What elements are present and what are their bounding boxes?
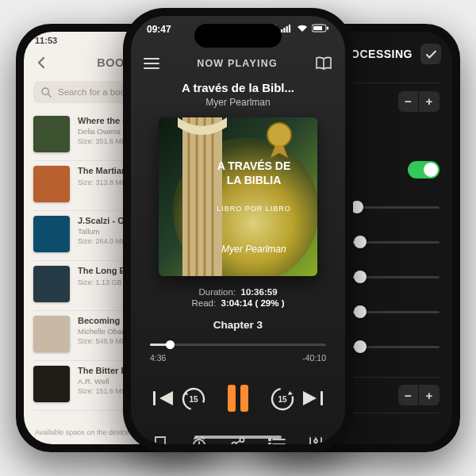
equalizer-toggle[interactable] xyxy=(408,161,440,178)
skip-next-icon xyxy=(302,390,323,407)
sliders-icon xyxy=(307,437,324,444)
duration-row: Duration: 10:36:59 xyxy=(131,287,345,297)
svg-rect-10 xyxy=(283,28,285,33)
book-cover-thumb xyxy=(33,116,70,152)
svg-rect-32 xyxy=(153,391,155,405)
prev-track-button[interactable] xyxy=(153,390,174,407)
pitch-stepper[interactable]: − + xyxy=(398,385,440,405)
book-title: A través de la Bibl... xyxy=(148,81,328,94)
menu-button[interactable] xyxy=(144,58,159,69)
svg-point-57 xyxy=(320,443,323,444)
svg-rect-15 xyxy=(327,27,328,30)
home-indicator[interactable] xyxy=(194,436,282,439)
check-icon xyxy=(425,48,437,60)
svg-line-44 xyxy=(236,441,240,443)
svg-text:LIBRO POR LIBRO: LIBRO POR LIBRO xyxy=(217,205,291,213)
phone-player: 09:47 NOW PLAYING A través de la B xyxy=(123,8,353,452)
svg-point-27 xyxy=(267,123,291,147)
remaining-time: -40:10 xyxy=(302,353,326,363)
play-pause-button[interactable] xyxy=(213,374,263,423)
elapsed-time: 4:36 xyxy=(150,353,166,363)
dynamic-island xyxy=(194,24,282,48)
search-placeholder: Search for a book xyxy=(58,87,130,97)
svg-line-8 xyxy=(48,94,52,97)
equalizer-button[interactable]: 1.0x xyxy=(304,434,328,444)
next-track-button[interactable] xyxy=(302,390,323,407)
stepper-minus[interactable]: − xyxy=(398,385,419,405)
svg-text:Myer Pearlman: Myer Pearlman xyxy=(221,244,286,255)
book-cover-thumb xyxy=(33,366,70,402)
svg-rect-12 xyxy=(289,25,290,33)
pause-icon xyxy=(220,380,256,416)
list-icon xyxy=(268,438,286,444)
svg-rect-39 xyxy=(321,391,323,405)
svg-point-46 xyxy=(269,439,271,441)
clock-label: 09:47 xyxy=(147,24,171,35)
svg-text:15: 15 xyxy=(278,395,287,404)
book-author: Myer Pearlman xyxy=(148,97,328,108)
progress-row: Read: 3:04:14 ( 29% ) xyxy=(131,298,345,308)
book-cover-thumb xyxy=(33,266,70,302)
reader-button[interactable] xyxy=(315,56,332,71)
svg-rect-35 xyxy=(228,385,236,412)
now-playing-heading: NOW PLAYING xyxy=(197,58,278,69)
battery-icon xyxy=(312,24,329,33)
book-cover-thumb xyxy=(33,166,70,202)
svg-point-48 xyxy=(269,443,271,444)
svg-point-56 xyxy=(314,440,317,443)
search-icon xyxy=(41,87,52,98)
stepper-plus[interactable]: + xyxy=(419,91,440,112)
hamburger-icon xyxy=(144,58,159,69)
back-icon[interactable] xyxy=(33,56,48,69)
rewind-15-icon: 15 xyxy=(180,385,207,412)
stepper-minus[interactable]: − xyxy=(398,91,419,112)
bookmark-icon xyxy=(154,436,167,444)
book-cover-thumb xyxy=(33,316,70,352)
svg-point-41 xyxy=(232,442,236,444)
book-open-icon xyxy=(315,56,332,71)
skip-previous-icon xyxy=(153,390,174,407)
book-cover-thumb xyxy=(33,216,70,252)
forward-15-button[interactable]: 15 xyxy=(269,385,296,412)
speed-stepper[interactable]: − + xyxy=(398,91,440,112)
wifi-icon xyxy=(297,25,308,33)
clock-label: 11:53 xyxy=(35,36,57,45)
signal-icon xyxy=(281,25,293,33)
rewind-15-button[interactable]: 15 xyxy=(180,385,207,412)
svg-rect-14 xyxy=(313,26,322,30)
svg-text:LA BIBLIA: LA BIBLIA xyxy=(227,174,282,186)
svg-rect-36 xyxy=(240,385,248,412)
forward-15-icon: 15 xyxy=(269,385,296,412)
svg-text:15: 15 xyxy=(189,395,198,404)
svg-rect-11 xyxy=(286,26,288,33)
album-art: A TRAVÉS DE LA BIBLIA LIBRO POR LIBRO My… xyxy=(159,117,317,276)
progress-slider[interactable] xyxy=(150,339,326,350)
stepper-plus[interactable]: + xyxy=(419,385,440,405)
svg-text:A TRAVÉS DE: A TRAVÉS DE xyxy=(217,159,291,172)
done-button[interactable] xyxy=(420,44,441,64)
bookmark-button[interactable] xyxy=(148,434,172,444)
chapter-label: Chapter 3 xyxy=(131,319,345,331)
